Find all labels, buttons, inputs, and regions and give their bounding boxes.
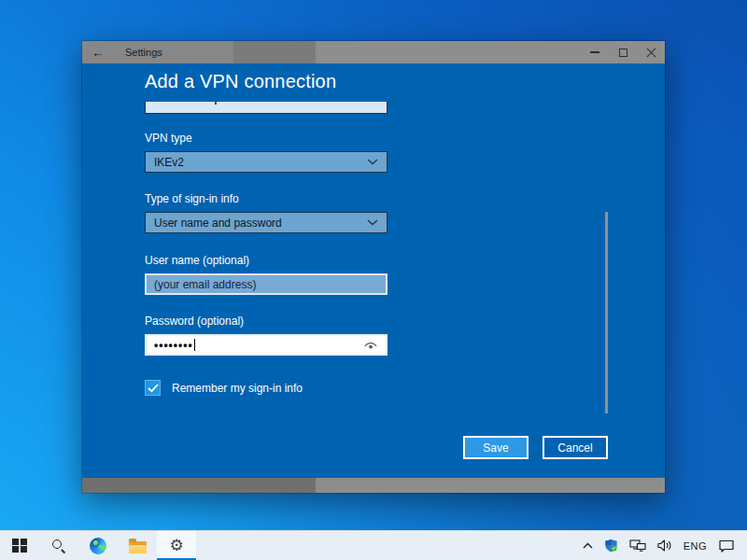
close-button[interactable] bbox=[637, 41, 665, 63]
minimize-icon bbox=[590, 51, 599, 53]
server-address-input-partial[interactable] bbox=[145, 102, 388, 114]
password-label: Password (optional) bbox=[145, 315, 244, 328]
network-icon bbox=[629, 539, 646, 552]
partial-text-fragment bbox=[215, 102, 217, 105]
start-button[interactable] bbox=[0, 531, 39, 560]
windows-security-tray-button[interactable] bbox=[601, 531, 621, 560]
chevron-down-icon bbox=[367, 159, 378, 165]
password-masked-value: •••••••• bbox=[154, 339, 193, 352]
signin-info-value: User name and password bbox=[154, 217, 282, 230]
close-icon bbox=[646, 48, 656, 58]
tray-expand-button[interactable] bbox=[580, 531, 596, 560]
network-tray-button[interactable] bbox=[627, 531, 649, 560]
volume-icon bbox=[657, 539, 672, 552]
window-title: Settings bbox=[125, 47, 581, 58]
signin-info-label: Type of sign-in info bbox=[145, 192, 239, 205]
volume-tray-button[interactable] bbox=[655, 531, 675, 560]
password-input[interactable]: •••••••• bbox=[145, 334, 388, 356]
action-center-button[interactable] bbox=[715, 531, 738, 560]
chevron-up-icon bbox=[583, 542, 593, 549]
vertical-scrollbar[interactable] bbox=[605, 212, 608, 413]
language-indicator[interactable]: ENG bbox=[681, 531, 710, 560]
save-button[interactable]: Save bbox=[463, 436, 529, 459]
file-explorer-icon bbox=[129, 541, 147, 553]
signin-info-select[interactable]: User name and password bbox=[145, 212, 388, 233]
page-title: Add a VPN connection bbox=[145, 71, 336, 92]
language-label: ENG bbox=[684, 540, 707, 552]
maximize-button[interactable] bbox=[609, 41, 637, 63]
vpn-type-select[interactable]: IKEv2 bbox=[145, 151, 388, 173]
windows-logo-icon bbox=[12, 539, 27, 553]
edge-icon bbox=[90, 538, 106, 554]
chevron-down-icon bbox=[367, 219, 378, 226]
action-center-icon bbox=[718, 539, 735, 553]
back-arrow-icon[interactable]: ← bbox=[82, 41, 114, 63]
system-tray: ENG bbox=[580, 531, 747, 560]
gear-icon: ⚙ bbox=[169, 538, 183, 553]
search-button[interactable] bbox=[39, 531, 78, 560]
remember-signin-row: Remember my sign-in info bbox=[145, 380, 303, 396]
taskbar: ⚙ bbox=[0, 530, 747, 560]
window-titlebar: ← Settings bbox=[82, 41, 665, 63]
checkmark-icon bbox=[148, 384, 159, 393]
username-label: User name (optional) bbox=[145, 254, 249, 267]
username-value: (your email address) bbox=[154, 278, 256, 291]
edge-browser-button[interactable] bbox=[78, 531, 118, 560]
cancel-button[interactable]: Cancel bbox=[543, 436, 608, 459]
minimize-button[interactable] bbox=[581, 41, 609, 63]
file-explorer-button[interactable] bbox=[118, 531, 157, 560]
window-bottom-strip bbox=[82, 478, 665, 493]
settings-window: ← Settings Add a VPN connection VPN type… bbox=[82, 41, 665, 493]
remember-signin-label: Remember my sign-in info bbox=[172, 382, 303, 395]
vpn-type-value: IKEv2 bbox=[154, 156, 184, 169]
add-vpn-page: Add a VPN connection VPN type IKEv2 Type… bbox=[82, 63, 665, 478]
username-input[interactable]: (your email address) bbox=[145, 273, 388, 295]
desktop-wallpaper: ← Settings Add a VPN connection VPN type… bbox=[0, 0, 747, 560]
settings-taskbar-button[interactable]: ⚙ bbox=[157, 531, 196, 560]
remember-signin-checkbox[interactable] bbox=[145, 380, 161, 396]
password-reveal-icon[interactable] bbox=[363, 340, 378, 350]
security-shield-icon bbox=[604, 539, 618, 553]
maximize-icon bbox=[619, 49, 627, 57]
text-cursor bbox=[194, 339, 195, 351]
vpn-type-label: VPN type bbox=[145, 132, 192, 145]
search-icon bbox=[51, 539, 66, 553]
